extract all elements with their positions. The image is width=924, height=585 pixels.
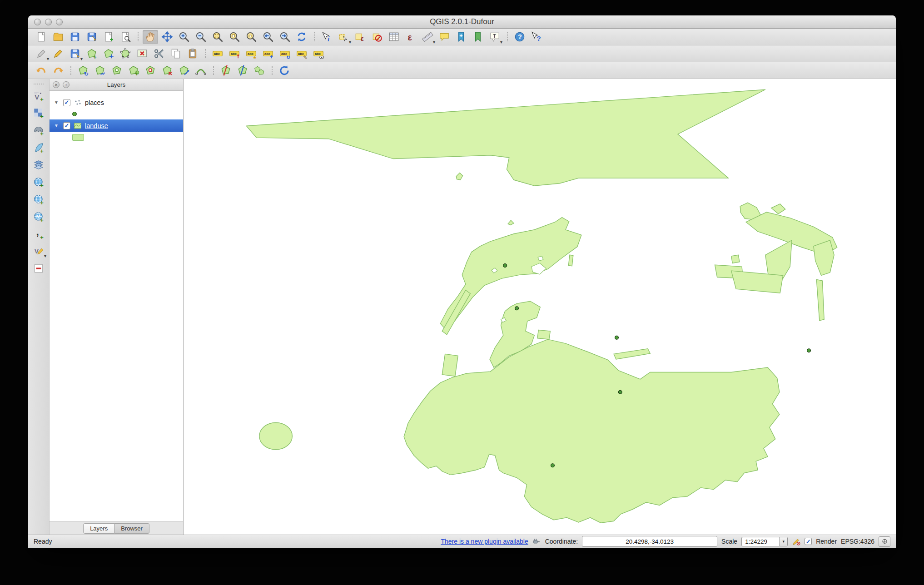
add-part-button[interactable]: + bbox=[126, 64, 141, 78]
zoom-last-button[interactable] bbox=[260, 30, 276, 44]
select-by-expression-button[interactable]: ε bbox=[353, 30, 368, 44]
disclosure-arrow-icon[interactable]: ▼ bbox=[54, 123, 60, 128]
split-features-button[interactable] bbox=[218, 64, 233, 78]
add-wcs-layer-button[interactable]: + bbox=[31, 192, 46, 206]
toggle-editing-button[interactable] bbox=[50, 47, 66, 61]
add-postgis-layer-button[interactable]: + bbox=[31, 123, 46, 137]
scale-dropdown-arrow[interactable]: ▾ bbox=[779, 537, 787, 546]
cut-features-button[interactable] bbox=[151, 47, 167, 61]
panel-close-button[interactable]: ✕ bbox=[53, 81, 60, 88]
highlight-pinned-labels-button[interactable]: abc★ bbox=[243, 47, 259, 61]
coordinate-input[interactable] bbox=[582, 536, 717, 547]
split-parts-button[interactable] bbox=[235, 64, 250, 78]
select-features-button[interactable]: ▾ bbox=[336, 30, 351, 44]
deselect-all-button[interactable] bbox=[369, 30, 385, 44]
help-contents-button[interactable]: ? bbox=[512, 30, 527, 44]
new-shapefile-layer-button[interactable]: V▾ bbox=[31, 244, 46, 258]
zoom-to-layer-button[interactable] bbox=[243, 30, 259, 44]
refresh-map-button[interactable] bbox=[294, 30, 309, 44]
add-raster-layer-button[interactable]: + bbox=[31, 106, 46, 120]
landuse-north-strip[interactable] bbox=[246, 89, 765, 186]
landuse-central-sliver[interactable] bbox=[568, 255, 573, 266]
panel-float-button[interactable]: ▫ bbox=[63, 81, 70, 88]
pin-unpin-labels-button[interactable]: abc bbox=[227, 47, 242, 61]
zoom-out-button[interactable] bbox=[193, 30, 209, 44]
new-shapefile-layer-dropdown-arrow[interactable]: ▾ bbox=[44, 254, 46, 258]
show-hide-labels-button[interactable]: abc bbox=[311, 47, 326, 61]
measure-button[interactable]: ▾ bbox=[420, 30, 435, 44]
show-bookmarks-button[interactable] bbox=[470, 30, 486, 44]
toolbar-handle[interactable] bbox=[34, 84, 44, 84]
add-feature-button[interactable]: + bbox=[84, 47, 99, 61]
open-project-button[interactable] bbox=[50, 30, 66, 44]
places-point[interactable] bbox=[503, 264, 507, 268]
add-vector-layer-button[interactable]: V+ bbox=[31, 89, 46, 103]
new-bookmark-button[interactable] bbox=[453, 30, 469, 44]
offset-curve-button[interactable] bbox=[193, 64, 209, 78]
text-annotation-dropdown-arrow[interactable]: ▾ bbox=[500, 40, 502, 45]
save-project-button[interactable] bbox=[67, 30, 83, 44]
composer-manager-button[interactable] bbox=[118, 30, 133, 44]
redo-button[interactable] bbox=[50, 64, 66, 78]
map-canvas[interactable] bbox=[184, 79, 896, 535]
layer-labeling-options-button[interactable]: abc bbox=[210, 47, 225, 61]
landuse-east-4[interactable] bbox=[765, 240, 792, 278]
change-label-properties-button[interactable]: abc✎ bbox=[294, 47, 309, 61]
layer-row-landuse[interactable]: ▼✓landuse bbox=[50, 119, 183, 132]
layer-checkbox-places[interactable]: ✓ bbox=[63, 99, 70, 106]
pan-map-button[interactable] bbox=[143, 30, 158, 44]
stop-render-icon[interactable] bbox=[792, 537, 800, 546]
field-calculator-button[interactable]: ε bbox=[403, 30, 418, 44]
landuse-east-7[interactable] bbox=[816, 279, 824, 320]
identify-features-button[interactable]: i bbox=[319, 30, 334, 44]
current-edits-button[interactable]: ▾ bbox=[34, 47, 49, 61]
delete-ring-button[interactable] bbox=[143, 64, 158, 78]
landuse-south-main[interactable] bbox=[404, 339, 780, 523]
crs-status-button[interactable] bbox=[879, 536, 890, 547]
copy-features-button[interactable] bbox=[168, 47, 184, 61]
save-layer-edits-dropdown-arrow[interactable]: ▾ bbox=[80, 57, 83, 61]
title-bar[interactable]: QGIS 2.0.1-Dufour bbox=[28, 15, 896, 29]
zoom-in-button[interactable] bbox=[176, 30, 192, 44]
measure-dropdown-arrow[interactable]: ▾ bbox=[433, 40, 435, 45]
whats-this-button[interactable]: ? bbox=[529, 30, 544, 44]
zoom-full-extent-button[interactable] bbox=[210, 30, 225, 44]
rotate-label-button[interactable]: abc↻ bbox=[277, 47, 293, 61]
save-project-as-button[interactable] bbox=[84, 30, 99, 44]
landuse-east-9[interactable] bbox=[771, 204, 785, 214]
close-window-button[interactable] bbox=[34, 19, 41, 25]
open-attribute-table-button[interactable] bbox=[386, 30, 402, 44]
places-point[interactable] bbox=[807, 349, 811, 352]
add-wms-layer-button[interactable]: + bbox=[31, 175, 46, 189]
undo-button[interactable] bbox=[34, 64, 49, 78]
add-spatialite-layer-button[interactable]: + bbox=[31, 140, 46, 154]
render-checkbox[interactable]: ✓ bbox=[805, 538, 812, 545]
panel-tab-browser[interactable]: Browser bbox=[114, 523, 149, 534]
delete-part-button[interactable] bbox=[159, 64, 175, 78]
places-point[interactable] bbox=[515, 307, 519, 310]
landuse-east-3[interactable] bbox=[814, 240, 834, 275]
landuse-parcel-a[interactable] bbox=[456, 173, 462, 180]
new-print-composer-button[interactable] bbox=[101, 30, 116, 44]
landuse-notch-sliver[interactable] bbox=[614, 349, 650, 359]
text-annotation-button[interactable]: T▾ bbox=[487, 30, 502, 44]
reshape-features-button[interactable] bbox=[176, 64, 192, 78]
minimize-window-button[interactable] bbox=[45, 19, 52, 25]
map-tips-button[interactable] bbox=[437, 30, 452, 44]
add-mssql-layer-button[interactable] bbox=[31, 158, 46, 172]
paste-features-button[interactable] bbox=[185, 47, 200, 61]
disclosure-arrow-icon[interactable]: ▼ bbox=[54, 100, 60, 105]
landuse-east-8[interactable] bbox=[731, 255, 740, 263]
pan-map-to-selection-button[interactable] bbox=[159, 30, 175, 44]
scale-combo[interactable]: 1:24229 ▾ bbox=[741, 537, 788, 546]
new-project-button[interactable] bbox=[34, 30, 49, 44]
current-edits-dropdown-arrow[interactable]: ▾ bbox=[47, 57, 49, 61]
landuse-central-rect[interactable] bbox=[537, 330, 550, 339]
remove-layer-button[interactable] bbox=[31, 261, 46, 275]
places-point[interactable] bbox=[551, 464, 555, 467]
zoom-window-button[interactable] bbox=[56, 19, 63, 25]
plugin-available-link[interactable]: There is a new plugin available bbox=[441, 538, 528, 545]
simplify-feature-button[interactable] bbox=[92, 64, 108, 78]
zoom-next-button[interactable] bbox=[277, 30, 293, 44]
landuse-parcel-b[interactable] bbox=[508, 220, 514, 225]
